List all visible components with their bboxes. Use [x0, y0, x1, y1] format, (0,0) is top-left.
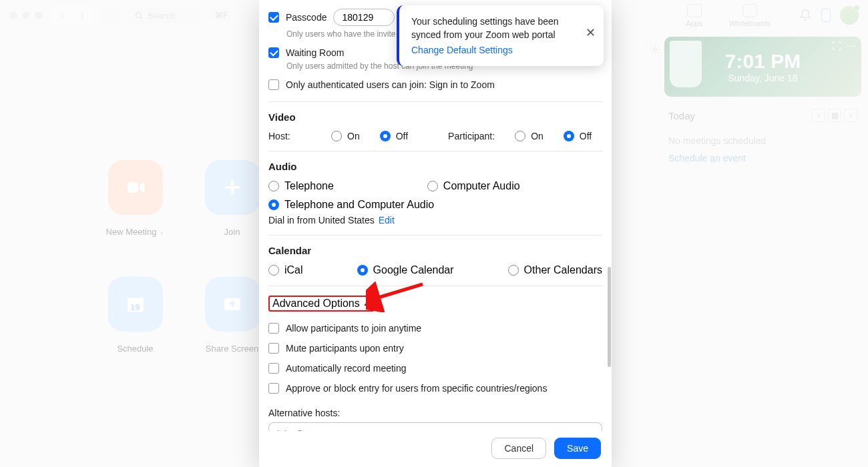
audio-telephone[interactable]: Telephone	[268, 180, 334, 192]
participant-video-label: Participant:	[448, 131, 495, 141]
auto-record-label: Automatically record meeting	[286, 363, 407, 374]
passcode-label: Passcode	[286, 12, 327, 23]
alt-hosts-label: Alternative hosts:	[268, 408, 602, 418]
mute-entry-label: Mute participants upon entry	[286, 343, 404, 354]
host-video-off[interactable]: Off	[380, 131, 408, 141]
modal-footer: Cancel Save	[259, 431, 612, 467]
authenticated-checkbox[interactable]	[268, 79, 279, 90]
audio-section-title: Audio	[268, 161, 602, 172]
chevron-up-icon	[364, 302, 371, 306]
dial-in-edit[interactable]: Edit	[379, 215, 395, 225]
audio-computer[interactable]: Computer Audio	[427, 180, 520, 192]
geo-block-checkbox[interactable]	[268, 383, 279, 394]
advanced-options-toggle[interactable]: Advanced Options	[268, 296, 375, 312]
dial-in-label: Dial in from United States	[268, 215, 375, 225]
waiting-room-label: Waiting Room	[286, 47, 344, 58]
auto-record-checkbox[interactable]	[268, 363, 279, 374]
calendar-ical[interactable]: iCal	[268, 264, 303, 276]
cancel-button[interactable]: Cancel	[491, 438, 546, 459]
change-defaults-link[interactable]: Change Default Settings	[411, 43, 581, 57]
participant-video-on[interactable]: On	[515, 131, 544, 141]
schedule-meeting-modal: Passcode Only users who have the invite …	[259, 0, 612, 467]
audio-both[interactable]: Telephone and Computer Audio	[268, 199, 602, 211]
passcode-checkbox[interactable]	[268, 12, 279, 23]
sync-toast: Your scheduling settings have been synce…	[397, 5, 604, 66]
mute-entry-checkbox[interactable]	[268, 343, 279, 354]
calendar-other[interactable]: Other Calendars	[508, 264, 602, 276]
toast-message: Your scheduling settings have been synce…	[411, 16, 559, 40]
join-anytime-checkbox[interactable]	[268, 323, 279, 334]
geo-block-label: Approve or block entry for users from sp…	[286, 383, 547, 394]
waiting-room-checkbox[interactable]	[268, 47, 279, 58]
video-section-title: Video	[268, 111, 602, 123]
host-video-label: Host:	[268, 131, 331, 141]
participant-video-off[interactable]: Off	[564, 131, 592, 141]
toast-close-icon[interactable]: ✕	[586, 24, 596, 41]
host-video-on[interactable]: On	[331, 131, 360, 141]
passcode-input[interactable]	[333, 9, 395, 26]
save-button[interactable]: Save	[554, 438, 601, 459]
calendar-google[interactable]: Google Calendar	[357, 264, 454, 276]
calendar-section-title: Calendar	[268, 245, 602, 256]
join-anytime-label: Allow participants to join anytime	[286, 323, 421, 334]
scrollbar-thumb[interactable]	[608, 267, 611, 367]
authenticated-label: Only authenticated users can join: Sign …	[286, 79, 495, 90]
